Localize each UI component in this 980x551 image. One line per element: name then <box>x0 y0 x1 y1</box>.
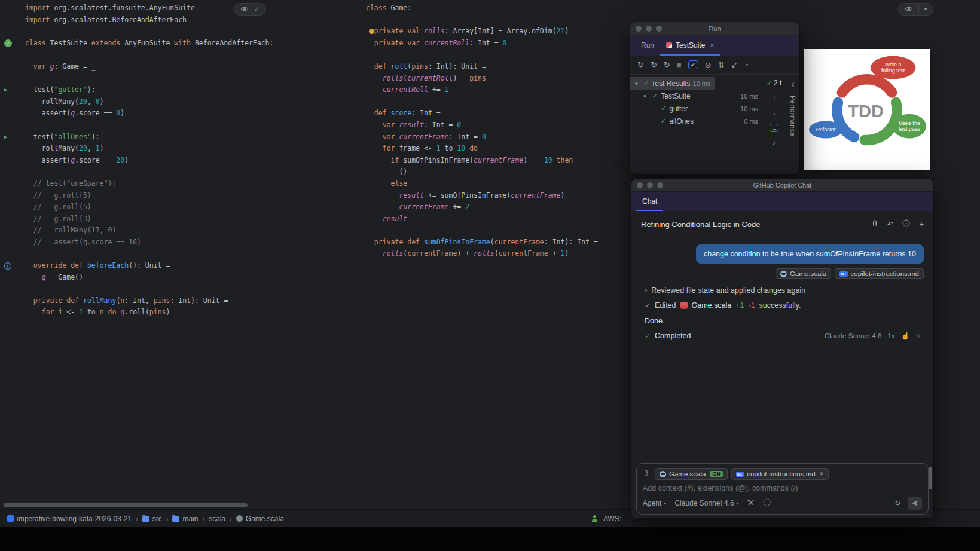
code-text[interactable]: assert(g.score == 20) <box>25 155 129 167</box>
code-text[interactable]: assert(g.score == 0) <box>25 108 124 120</box>
test-tree-row[interactable]: ✓gutter10 ms <box>630 102 762 115</box>
collapsed-step-row[interactable]: › Reviewed file state and applied change… <box>645 286 920 295</box>
window-close-button[interactable] <box>636 26 642 32</box>
thumbs-down-icon[interactable]: ☟ <box>916 332 920 340</box>
window-zoom-button[interactable] <box>657 182 663 188</box>
horizontal-scrollbar[interactable] <box>4 503 248 507</box>
context-chip[interactable]: Game.scala <box>776 268 831 279</box>
breadcrumb-item[interactable]: main <box>172 515 198 523</box>
tab-chat[interactable]: Chat <box>636 192 663 211</box>
chat-input-placeholder[interactable]: Add context (#), extensions (@), command… <box>643 484 922 492</box>
chat-scrollbar[interactable] <box>929 467 932 489</box>
code-text[interactable]: test("allOnes"): <box>25 131 100 143</box>
tab-close-icon[interactable]: × <box>710 41 714 50</box>
test-suite-editor[interactable]: import org.scalatest.funsuite.AnyFunSuit… <box>0 0 274 509</box>
test-history-icon[interactable]: ◔ <box>744 60 749 69</box>
remove-chip-icon[interactable]: × <box>820 470 824 478</box>
new-chat-icon[interactable]: + <box>919 220 924 229</box>
undo-icon[interactable]: ↶ <box>887 220 894 229</box>
run-test-gutter-icon[interactable]: ▶ <box>4 84 7 96</box>
test-tree-row[interactable]: ▾✓Test Results10 ms <box>630 77 715 90</box>
users-icon[interactable] <box>591 515 599 522</box>
expand-chevron-icon[interactable]: ▾ <box>643 93 649 99</box>
code-text[interactable]: rolls(currentFrame) + rolls(currentFrame… <box>366 248 569 260</box>
overridden-marker-icon[interactable]: ↑ <box>4 262 11 270</box>
code-text[interactable]: private def sumOfPinsInFrame(currentFram… <box>366 237 598 249</box>
on-badge[interactable]: ON <box>710 471 723 477</box>
chat-input-box[interactable]: Game.scalaONM↓copilot-instructions.md× A… <box>636 463 929 515</box>
expand-chevron-icon[interactable]: ▾ <box>635 81 641 87</box>
expand-step-icon[interactable]: › <box>645 286 647 295</box>
code-text[interactable]: // test("oneSpare"): <box>25 178 116 190</box>
code-text[interactable]: private var currentRoll: Int = 0 <box>366 38 506 50</box>
run-window-titlebar[interactable]: Run <box>630 22 799 35</box>
code-text[interactable]: // assert(g.score == 16) <box>25 237 141 249</box>
test-tree-row[interactable]: ✓allOnes0 ms <box>630 115 762 127</box>
code-text[interactable]: currentFrame += 2 <box>366 201 469 213</box>
breadcrumb-item[interactable]: src <box>142 515 162 523</box>
code-text[interactable]: rolls(currentRoll) = pins <box>366 73 486 85</box>
auto-test-icon[interactable]: ↻ <box>664 60 670 69</box>
code-text[interactable]: rollMany(20, 0) <box>25 96 104 108</box>
eye-icon[interactable] <box>240 6 249 13</box>
code-text[interactable]: def score: Int = <box>366 108 441 120</box>
stop-icon[interactable]: ■ <box>677 60 682 69</box>
code-text[interactable]: if sumOfPinsInFrame(currentFrame) == 10 … <box>366 155 573 167</box>
edited-file-row[interactable]: ✓ Edited Game.scala +1 -1 successfully. <box>645 301 920 310</box>
thumbs-up-icon[interactable]: ☝ <box>901 332 910 340</box>
code-text[interactable]: class Game: <box>366 2 411 14</box>
context-chip[interactable]: M↓copilot-instructions.md <box>835 268 924 279</box>
code-text[interactable]: // g.roll(5) <box>25 190 91 202</box>
chevron-down-icon[interactable]: ▾ <box>924 7 927 12</box>
tools-icon[interactable] <box>747 499 755 508</box>
code-text[interactable]: currentRoll += 1 <box>366 84 449 96</box>
tab-performance[interactable]: Performance <box>789 96 796 136</box>
regenerate-icon[interactable]: ↻ <box>894 499 900 507</box>
mode-selector[interactable]: Agent▾ <box>643 499 666 507</box>
attach-icon[interactable] <box>871 219 878 229</box>
code-text[interactable]: // g.roll(5) <box>25 201 91 213</box>
code-text[interactable]: class TestSuite extends AnyFunSuite with… <box>25 38 273 50</box>
code-text[interactable]: override def beforeEach(): Unit = <box>25 260 170 272</box>
code-text[interactable]: result <box>366 213 407 225</box>
show-passed-icon[interactable]: ✓ <box>688 60 698 69</box>
context-chip[interactable]: M↓copilot-instructions.md× <box>731 468 829 480</box>
rerun-failed-icon[interactable]: ↻ <box>651 60 657 69</box>
rerun-icon[interactable]: ↻ <box>637 60 644 69</box>
aws-status[interactable]: AWS: <box>603 515 621 523</box>
next-test-icon[interactable]: ↓ <box>773 109 776 117</box>
code-text[interactable]: for frame <- 1 to 10 do <box>366 143 478 155</box>
code-text[interactable]: // g.roll(3) <box>25 213 91 225</box>
code-text[interactable]: result += sumOfPinsInFrame(currentFrame) <box>366 190 564 202</box>
breadcrumb-item[interactable]: imperative-bowling-kata-2026-03-21 <box>7 515 132 523</box>
code-text[interactable]: var result: Int = 0 <box>366 120 461 131</box>
show-ignored-icon[interactable]: ⊘ <box>705 60 712 69</box>
run-class-gutter-icon[interactable]: ✓ <box>4 39 12 47</box>
tab-testsuite[interactable]: TestSuite × <box>660 35 720 56</box>
chat-window-titlebar[interactable]: GitHub Copilot Chat <box>631 179 933 192</box>
code-text[interactable]: for i <- 1 to n do g.roll(pins) <box>25 307 170 319</box>
tab-run[interactable]: Run <box>635 35 660 56</box>
send-button[interactable] <box>908 497 922 510</box>
code-text[interactable]: var g: Game = _ <box>25 61 96 73</box>
code-text[interactable]: // rollMany(17, 0) <box>25 225 116 237</box>
expand-panel-icon[interactable]: › <box>773 139 776 147</box>
navigate-icon[interactable]: ↙ <box>731 60 738 69</box>
context-chip[interactable]: Game.scalaON <box>655 468 728 480</box>
code-text[interactable]: private def rollMany(n: Int, pins: Int):… <box>25 295 228 307</box>
code-text[interactable]: import org.scalatest.funsuite.AnyFunSuit… <box>25 2 195 14</box>
history-icon[interactable] <box>902 219 910 229</box>
window-minimize-button[interactable] <box>646 26 652 32</box>
code-text[interactable]: g = Game() <box>25 272 83 284</box>
run-test-gutter-icon[interactable]: ▶ <box>4 131 7 143</box>
window-close-button[interactable] <box>637 182 643 188</box>
breadcrumb-item[interactable]: scala <box>209 515 225 523</box>
eye-icon[interactable] <box>905 6 913 13</box>
code-text[interactable]: rollMany(20, 1) <box>25 143 104 155</box>
test-tree-row[interactable]: ▾✓TestSuite10 ms <box>630 90 762 102</box>
code-text[interactable]: else <box>366 178 407 190</box>
attach-context-icon[interactable] <box>643 469 650 479</box>
model-selector[interactable]: Claude Sonnet 4.6▾ <box>674 499 738 507</box>
window-zoom-button[interactable] <box>656 26 662 32</box>
code-text[interactable]: test("gutter"): <box>25 84 96 96</box>
